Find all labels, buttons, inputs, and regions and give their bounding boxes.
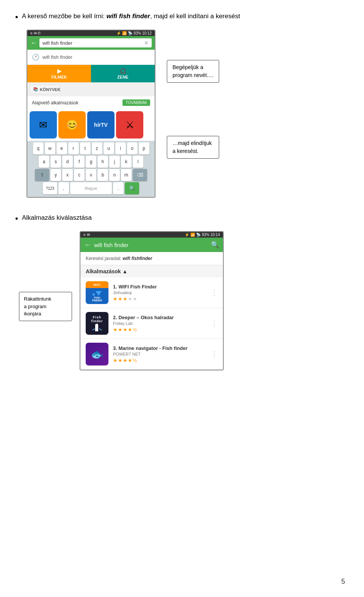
gplay-search-icon[interactable]: 🔍 (211, 241, 219, 249)
status-bar-2: ≡ ✉ ⚡ 📶 📡 93% 10:14 (80, 232, 223, 238)
bullet-text-1: A kereső mezőbe be kell írni: wifi fish … (22, 11, 240, 21)
star-5: ★ (133, 296, 138, 302)
key-c[interactable]: c (74, 169, 85, 181)
alapveto-label: Alapvető alkalmazások (32, 100, 78, 106)
section2-layout: Rákattintunk a program ikonjára ≡ ✉ ⚡ 📶 … (19, 231, 349, 370)
app-1-stars: ★★★★★ (113, 296, 206, 302)
konyvek-label: KÖNYVEK (40, 87, 60, 92)
key-r[interactable]: r (68, 142, 79, 154)
key-a[interactable]: a (39, 156, 49, 168)
m-star-4: ★ (128, 358, 133, 363)
key-f[interactable]: f (74, 156, 85, 168)
key-d[interactable]: d (62, 156, 73, 168)
app-icon-3[interactable]: hírTV (87, 111, 115, 139)
key-v[interactable]: v (86, 169, 96, 181)
key-space[interactable]: Magyar (70, 182, 112, 194)
key-x[interactable]: x (62, 169, 73, 181)
back-button[interactable]: ← (30, 39, 37, 47)
phone-search-bar[interactable]: ← wifi fish finder ✕ (27, 36, 155, 50)
key-b[interactable]: b (97, 169, 108, 181)
key-t[interactable]: t (80, 142, 91, 154)
callout1-line1: Begépeljük a (173, 64, 203, 70)
sort-icon: ▲ (122, 268, 128, 274)
key-numbers[interactable]: ?123 (43, 182, 57, 194)
alkalmazas-label: Alkalmazás kiválasztása (22, 213, 92, 223)
key-comma[interactable]: , (58, 182, 69, 194)
key-m[interactable]: m (121, 169, 132, 181)
left-callout: Rákattintunk a program ikonjára (19, 292, 72, 321)
app-1-more-icon[interactable]: ⋮ (211, 288, 218, 297)
bullet-suffix: , majd el kell indítani a keresést (150, 13, 240, 20)
key-u[interactable]: u (104, 142, 114, 154)
gplay-back-icon[interactable]: ← (84, 241, 91, 249)
key-o[interactable]: o (127, 142, 138, 154)
signal-icon-2: 📡 (196, 233, 201, 237)
app-1-name: 1. WIFI Fish Finder (113, 284, 206, 290)
callout-rakattintunk-3: ikonjára (24, 311, 41, 317)
key-period[interactable]: . (113, 182, 124, 194)
m-star-1: ★ (113, 358, 118, 363)
bullet-dot-2: • (15, 214, 18, 224)
key-h[interactable]: h (97, 156, 108, 168)
cat-tab-zene[interactable]: 🎧 ZENE (91, 65, 155, 82)
gplay-search-bar[interactable]: ← wifi fish finder 🔍 (80, 238, 223, 252)
tovabbiak-button[interactable]: TOVÁBBIAK (122, 99, 150, 106)
app-list-item-1[interactable]: WiFi FISH FINDER 1. (80, 277, 223, 308)
search-input-field[interactable]: wifi fish finder ✕ (39, 38, 152, 47)
key-j[interactable]: j (109, 156, 120, 168)
d-star-4: ★ (128, 327, 133, 332)
star-4: ★ (128, 296, 133, 302)
key-shift[interactable]: ⇧ (35, 169, 49, 181)
keresesi-bold: wifi fishfinder (122, 256, 152, 261)
suggestion-row[interactable]: 🕐 wifi fish finder (27, 50, 155, 65)
key-g[interactable]: g (86, 156, 96, 168)
app-icon-1[interactable]: ✉ (30, 111, 57, 139)
suggestion-text: wifi fish finder (42, 54, 72, 60)
app-2-info: 2. Deeper – Okos halradar Friday Lab ★★★… (113, 315, 206, 332)
app-2-more-icon[interactable]: ⋮ (211, 319, 218, 328)
status-icons-right: ⚡ 📶 📡 93% 10:12 (116, 31, 152, 35)
section2: • Alkalmazás kiválasztása Rákattintunk a… (15, 213, 349, 370)
app-3-info: 3. Marine navigator - Fish finder POWER7… (113, 345, 206, 363)
cat-tab-filmek[interactable]: ▶ FILMEK (27, 65, 91, 82)
clear-icon[interactable]: ✕ (144, 40, 149, 46)
key-p[interactable]: p (139, 142, 149, 154)
d-star-half: ½ (133, 327, 137, 332)
battery-time: 93% 10:12 (133, 31, 152, 35)
keresesi-row[interactable]: Keresési javaslat: wifi fishfinder (80, 252, 223, 265)
star-3: ★ (123, 296, 128, 302)
books-row: 📚 KÖNYVEK (27, 82, 155, 96)
key-z[interactable]: z (92, 142, 102, 154)
cat-tab-konyvek[interactable]: 📚 KÖNYVEK (30, 85, 60, 94)
filmek-label: FILMEK (52, 75, 67, 79)
app-3-more-icon[interactable]: ⋮ (211, 350, 218, 358)
key-e[interactable]: e (56, 142, 67, 154)
app-icon-2[interactable]: 😊 (58, 111, 86, 139)
star-2: ★ (118, 296, 123, 302)
key-search[interactable]: 🔍 (125, 182, 139, 194)
app-icon-4[interactable]: ⚔ (116, 111, 143, 139)
app-list-item-3[interactable]: 🐟 3. Marine navigator - Fish finder POWE… (80, 339, 223, 370)
key-l[interactable]: l (133, 156, 143, 168)
bullet-prefix: A kereső mezőbe be kell írni: (22, 13, 107, 20)
bold-search-term: wifi fish finder (107, 13, 150, 20)
clock-icon: 🕐 (32, 54, 39, 61)
status-icons-left-2: ≡ ✉ (83, 233, 90, 237)
key-w[interactable]: w (45, 142, 55, 154)
app-3-dev: POWER7 NET (113, 352, 206, 356)
key-i[interactable]: i (115, 142, 126, 154)
kb-row-4: ?123 , Magyar . 🔍 (28, 182, 154, 194)
callout2-line2: a keresést. (173, 148, 198, 154)
key-s[interactable]: s (50, 156, 61, 168)
key-q[interactable]: q (33, 142, 44, 154)
key-n[interactable]: n (109, 169, 120, 181)
marine-icon: 🐟 (86, 343, 108, 365)
app-list-item-2[interactable]: Fish finder 2. Deeper – Okos halradar Fr… (80, 308, 223, 339)
key-y[interactable]: y (50, 169, 61, 181)
deeper-icon: Fish finder (86, 312, 108, 335)
wifi-icon: 📶 (122, 31, 127, 35)
key-k[interactable]: k (121, 156, 132, 168)
key-backspace[interactable]: ⌫ (133, 169, 147, 181)
app-3-stars: ★★★★½ (113, 358, 206, 363)
category-tabs: ▶ FILMEK 🎧 ZENE (27, 65, 155, 82)
